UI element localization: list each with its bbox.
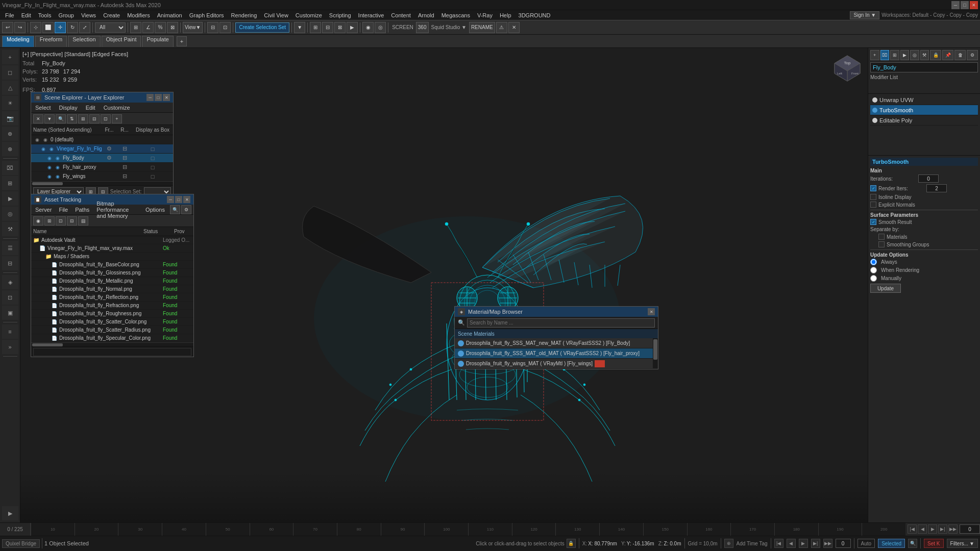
at-menu-options[interactable]: Options: [143, 206, 167, 214]
at-row-5[interactable]: 📄 Drosophila_fruit_fly_Metallic.png Foun…: [31, 277, 193, 285]
prev-key-btn[interactable]: ◀: [918, 524, 927, 534]
sidebar-utilities[interactable]: ⚒: [2, 222, 18, 236]
materials-checkbox[interactable]: [878, 234, 885, 240]
goto-end-btn[interactable]: ▶▶: [823, 539, 832, 548]
at-tool-5[interactable]: ▤: [78, 216, 88, 226]
at-close[interactable]: ✕: [183, 196, 190, 203]
angle-snap-button[interactable]: ∠: [142, 22, 154, 33]
menu-views[interactable]: Views: [78, 11, 99, 19]
render-quality[interactable]: ◉: [362, 22, 374, 33]
sidebar-spacewarps[interactable]: ⊗: [2, 142, 18, 156]
tab-freeform[interactable]: Freeform: [35, 36, 67, 47]
tab-populate[interactable]: Populate: [142, 36, 173, 47]
rp-config-icon[interactable]: ⚙: [967, 50, 978, 60]
frame-field-2[interactable]: [836, 539, 851, 548]
update-button[interactable]: Update: [870, 284, 901, 293]
sidebar-hierarchy[interactable]: ⊞: [2, 176, 18, 190]
rp-create-icon[interactable]: +: [870, 50, 879, 60]
menu-modifiers[interactable]: Modifiers: [124, 11, 153, 19]
mirror-button[interactable]: ⊡: [219, 22, 231, 33]
sidebar-layer-explorer[interactable]: ⊟: [2, 256, 18, 270]
rp-motion-icon[interactable]: ▶: [900, 50, 910, 60]
mb-scroll-thumb[interactable]: [653, 339, 657, 360]
sidebar-create[interactable]: +: [2, 50, 18, 64]
sidebar-cameras[interactable]: 📷: [2, 111, 18, 126]
modifier-editable-poly[interactable]: Editable Poly: [870, 115, 978, 126]
sign-in-button[interactable]: Sign In ▼: [850, 11, 879, 19]
se-vis-2[interactable]: ◉: [54, 154, 62, 162]
se-row-2[interactable]: ◉ ◉ Fly_Body ⚙ ⊟ □: [31, 154, 173, 163]
at-row-6[interactable]: 📄 Drosophila_fruit_fly_Normal.png Found: [31, 285, 193, 293]
at-menu-paths[interactable]: Paths: [73, 206, 91, 214]
object-name-field[interactable]: [870, 62, 978, 72]
undo-button[interactable]: ↩: [2, 22, 13, 33]
rp-modify-icon[interactable]: ⌧: [880, 50, 890, 60]
menu-3dground[interactable]: 3DGROUND: [516, 11, 554, 19]
sidebar-maxscript[interactable]: ≡: [2, 324, 18, 339]
rename-btn[interactable]: RENAME: [469, 22, 495, 33]
se-tool-collapse[interactable]: ⊟: [89, 114, 100, 123]
se-eye-1[interactable]: ◉: [39, 145, 47, 153]
menu-file[interactable]: File: [2, 11, 17, 19]
se-row-4[interactable]: ◉ ◉ Fly_wings ⊟ □: [31, 172, 173, 181]
se-eye-4[interactable]: ◉: [45, 172, 54, 181]
rp-display-icon[interactable]: ◎: [910, 50, 919, 60]
menu-edit[interactable]: Edit: [18, 11, 34, 19]
at-menu-server[interactable]: Server: [33, 206, 54, 214]
se-tool-new[interactable]: +: [112, 114, 122, 123]
tools-btn[interactable]: ✕: [508, 22, 520, 33]
menu-civil-view[interactable]: Civil View: [261, 11, 291, 19]
se-tool-search[interactable]: 🔍: [56, 114, 66, 123]
sidebar-modify[interactable]: ⌧: [2, 161, 18, 175]
rp-lock-icon[interactable]: 🔒: [930, 50, 941, 60]
at-menu-bitmap[interactable]: Bitmap Performance and Memory: [94, 199, 140, 220]
always-radio[interactable]: [870, 259, 877, 265]
timeline-track[interactable]: 10 20 30 40 50 60 70 80 90 100 110 120 1…: [31, 523, 905, 536]
sidebar-display[interactable]: ◎: [2, 207, 18, 221]
render-realtime[interactable]: ◎: [375, 22, 386, 33]
quixel-bridge-btn[interactable]: Quixel Bridge: [2, 539, 40, 548]
se-eye-3[interactable]: ◉: [45, 163, 54, 171]
rotate-button[interactable]: ↻: [67, 22, 78, 33]
at-tool-2[interactable]: ⊞: [44, 216, 55, 226]
select-region-button[interactable]: ⬜: [42, 22, 54, 33]
sidebar-scene-explorer[interactable]: ☰: [2, 241, 18, 255]
isoline-checkbox[interactable]: [870, 194, 876, 200]
se-tool-layer[interactable]: ⊡: [101, 114, 111, 123]
when-rendering-radio[interactable]: [870, 267, 877, 273]
at-row-8[interactable]: 📄 Drosophila_fruit_fly_Refraction.png Fo…: [31, 302, 193, 310]
add-time-tag-btn[interactable]: ⊕: [724, 539, 733, 548]
menu-customize[interactable]: Customize: [292, 11, 325, 19]
at-search-icon[interactable]: 🔍: [170, 205, 180, 214]
snap-button[interactable]: ⊞: [130, 22, 141, 33]
sidebar-geometry[interactable]: ◻: [2, 65, 18, 80]
at-tool-1[interactable]: ◉: [33, 216, 43, 226]
menu-megascans[interactable]: Megascans: [438, 11, 473, 19]
material-editor[interactable]: ⊟: [322, 22, 333, 33]
sidebar-listener[interactable]: »: [2, 340, 18, 354]
menu-tools[interactable]: Tools: [35, 11, 55, 19]
se-maximize[interactable]: □: [155, 94, 162, 101]
at-scrollbar[interactable]: [31, 342, 193, 346]
modifier-unwrap-uvw[interactable]: Unwrap UVW: [870, 95, 978, 105]
tab-modeling[interactable]: Modeling: [2, 36, 34, 47]
sidebar-lights[interactable]: ☀: [2, 96, 18, 110]
at-tool-3[interactable]: ⊡: [56, 216, 66, 226]
menu-interactive[interactable]: Interactive: [355, 11, 387, 19]
se-vis-4[interactable]: ◉: [54, 172, 62, 181]
rp-utilities-icon[interactable]: ⚒: [920, 50, 929, 60]
se-tool-expand[interactable]: ⊞: [78, 114, 88, 123]
at-row-max[interactable]: 📄 Vinegar_Fly_In_Flight_max_vray.max Ok: [31, 244, 193, 253]
tab-object-paint[interactable]: Object Paint: [102, 36, 141, 47]
tab-more-button[interactable]: +: [177, 36, 187, 46]
mb-row-1[interactable]: Drosophila_fruit_fly_SSS_MAT_old_MAT ( V…: [455, 348, 658, 359]
rp-delete-icon[interactable]: 🗑: [954, 50, 966, 60]
se-tool-close[interactable]: ✕: [33, 114, 43, 123]
sidebar-expand[interactable]: ▶: [2, 506, 18, 520]
at-row-9[interactable]: 📄 Drosophila_fruit_fly_Roughness.png Fou…: [31, 310, 193, 318]
se-tool-sort[interactable]: ⇅: [67, 114, 77, 123]
at-maximize[interactable]: □: [175, 196, 182, 203]
render-iters-checkbox[interactable]: ✓: [870, 185, 876, 191]
se-vis-0[interactable]: ◉: [41, 136, 50, 144]
auto-key-btn[interactable]: Auto: [857, 539, 875, 548]
